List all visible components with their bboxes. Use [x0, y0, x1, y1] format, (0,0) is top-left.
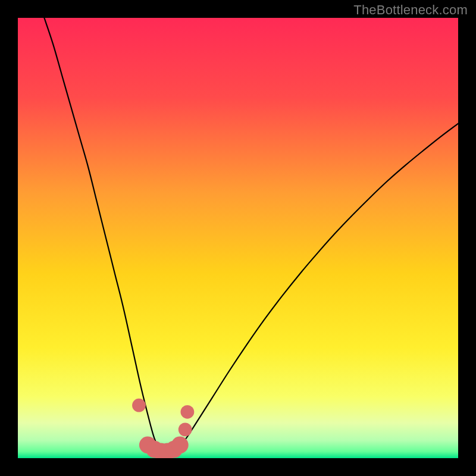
plot-background: [18, 18, 458, 458]
curve-marker: [178, 423, 192, 437]
bottleneck-plot: [18, 18, 458, 458]
curve-marker: [132, 399, 146, 412]
curve-marker: [181, 405, 195, 419]
curve-marker: [171, 436, 189, 453]
chart-container: TheBottleneck.com: [0, 0, 476, 476]
attribution-label: TheBottleneck.com: [353, 2, 468, 18]
